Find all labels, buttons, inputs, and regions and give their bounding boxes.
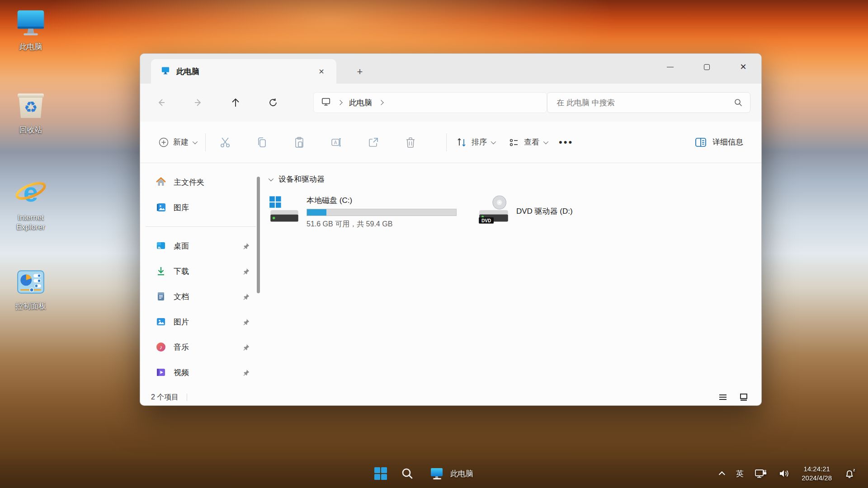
drive-item-c[interactable]: 本地磁盘 (C:) 51.6 GB 可用，共 59.4 GB [269, 195, 457, 229]
desktop: 此电脑 ♻ 回收站 e Internet Explorer [0, 0, 868, 488]
desktop-icon-label: Internet Explorer [16, 213, 45, 232]
back-icon [156, 98, 166, 108]
sidebar-item-label: 视频 [174, 367, 236, 378]
sidebar-item-pictures[interactable]: 图片 [140, 309, 261, 334]
search-input[interactable]: 在 此电脑 中搜索 [547, 92, 750, 113]
sort-icon [456, 136, 467, 148]
cut-button[interactable] [215, 132, 236, 153]
taskbar-search-button[interactable] [401, 467, 414, 480]
up-button[interactable] [226, 93, 246, 113]
sort-button-label: 排序 [472, 137, 487, 147]
command-toolbar: 新建 [140, 122, 761, 163]
search-icon[interactable] [734, 98, 743, 107]
ime-indicator[interactable]: 英 [736, 469, 744, 479]
hidden-icons-chevron[interactable] [719, 471, 725, 478]
content-area: 设备和驱动器 [261, 163, 761, 389]
copy-button[interactable] [252, 132, 273, 153]
toolbar-divider [446, 133, 447, 151]
sidebar-item-label: 图片 [174, 317, 236, 327]
paste-icon [293, 136, 306, 149]
sidebar-item-label: 音乐 [174, 342, 236, 352]
videos-icon [156, 367, 166, 378]
music-icon: ♪ [156, 342, 166, 352]
drive-usage-fill [307, 209, 326, 216]
desktop-icon-internet-explorer[interactable]: e Internet Explorer [7, 177, 54, 232]
drive-item-d[interactable]: DVD DVD 驱动器 (D:) [477, 195, 573, 229]
sort-button[interactable]: 排序 [456, 136, 495, 148]
large-icons-view-button[interactable] [737, 391, 750, 403]
tab-this-pc[interactable]: 此电脑 ✕ [151, 59, 336, 84]
sidebar-item-videos[interactable]: 视频 [140, 360, 261, 385]
pin-icon [243, 293, 250, 300]
sidebar-item-documents[interactable]: 文档 [140, 284, 261, 309]
minimize-icon [667, 67, 674, 67]
sidebar-item-label: 文档 [174, 291, 236, 302]
taskbar: 此电脑 英 [0, 459, 868, 488]
sidebar-item-downloads[interactable]: 下载 [140, 258, 261, 284]
breadcrumb-item-this-pc[interactable]: 此电脑 [349, 98, 372, 108]
tab-close-button[interactable]: ✕ [315, 65, 328, 78]
pin-icon [243, 369, 250, 376]
taskbar-app-this-pc[interactable]: 此电脑 [427, 466, 476, 481]
more-options-button[interactable]: ••• [559, 136, 573, 148]
sidebar-scrollbar[interactable] [257, 177, 260, 293]
drive-name: DVD 驱动器 (D:) [516, 206, 573, 229]
volume-icon[interactable] [778, 468, 791, 479]
svg-text:A: A [334, 140, 337, 145]
internet-explorer-icon: e [14, 177, 47, 210]
titlebar[interactable]: 此电脑 ✕ + ✕ [140, 54, 761, 84]
close-button[interactable]: ✕ [731, 57, 756, 76]
sidebar-item-gallery[interactable]: 图库 [140, 195, 261, 220]
clock[interactable]: 14:24:21 2024/4/28 [802, 465, 832, 483]
clock-time: 14:24:21 [802, 465, 832, 474]
desktop-icon-recycle-bin[interactable]: ♻ 回收站 [7, 89, 54, 135]
delete-button[interactable] [400, 132, 421, 153]
this-pc-outline-icon [321, 97, 331, 109]
search-placeholder: 在 此电脑 中搜索 [557, 98, 734, 108]
minimize-button[interactable] [657, 57, 683, 76]
drive-name: 本地磁盘 (C:) [307, 195, 457, 206]
group-header-devices[interactable]: 设备和驱动器 [269, 174, 748, 184]
item-count: 2 个项目 [151, 393, 179, 402]
sidebar-item-home[interactable]: 主文件夹 [140, 169, 261, 195]
refresh-button[interactable] [263, 93, 283, 113]
desktop-icon-this-pc[interactable]: 此电脑 [7, 6, 54, 52]
details-pane-button[interactable]: 详细信息 [694, 136, 743, 148]
details-pane-icon [694, 136, 707, 148]
rename-button[interactable]: A [326, 132, 347, 153]
details-pane-label: 详细信息 [712, 137, 743, 147]
view-button-label: 查看 [524, 137, 539, 147]
music-note-glyph: ♪ [160, 344, 163, 351]
running-indicator [433, 478, 441, 479]
paste-button[interactable] [289, 132, 310, 153]
clock-date: 2024/4/28 [802, 474, 832, 483]
breadcrumb[interactable]: 此电脑 [313, 92, 547, 113]
forward-button[interactable] [189, 93, 208, 113]
forward-icon [193, 98, 203, 108]
start-button[interactable] [373, 466, 388, 481]
chevron-down-icon [491, 139, 496, 144]
home-icon [156, 177, 166, 188]
network-icon[interactable] [755, 468, 767, 479]
new-tab-button[interactable]: + [353, 65, 367, 79]
status-divider [187, 394, 187, 401]
large-icons-view-icon [739, 393, 748, 401]
list-view-button[interactable] [716, 391, 730, 403]
share-button[interactable] [363, 132, 384, 153]
collapse-chevron-icon[interactable] [269, 176, 274, 181]
drive-usage-bar [307, 209, 457, 216]
copy-icon [256, 136, 269, 149]
back-button[interactable] [151, 93, 171, 113]
file-explorer-window: 此电脑 ✕ + ✕ [140, 53, 762, 406]
notification-bell-icon[interactable]: z [843, 467, 856, 480]
maximize-button[interactable] [694, 57, 719, 76]
desktop-icon-control-panel[interactable]: 控制面板 [7, 266, 54, 311]
chevron-right-icon [337, 100, 342, 105]
sidebar-item-desktop[interactable]: 桌面 [140, 233, 261, 258]
new-button[interactable]: 新建 [158, 137, 196, 148]
navigation-bar: 此电脑 在 此电脑 中搜索 [140, 84, 761, 122]
chevron-right-icon[interactable] [378, 100, 383, 105]
sidebar-item-music[interactable]: ♪ 音乐 [140, 334, 261, 360]
maximize-icon [704, 64, 710, 70]
view-button[interactable]: 查看 [508, 136, 547, 148]
